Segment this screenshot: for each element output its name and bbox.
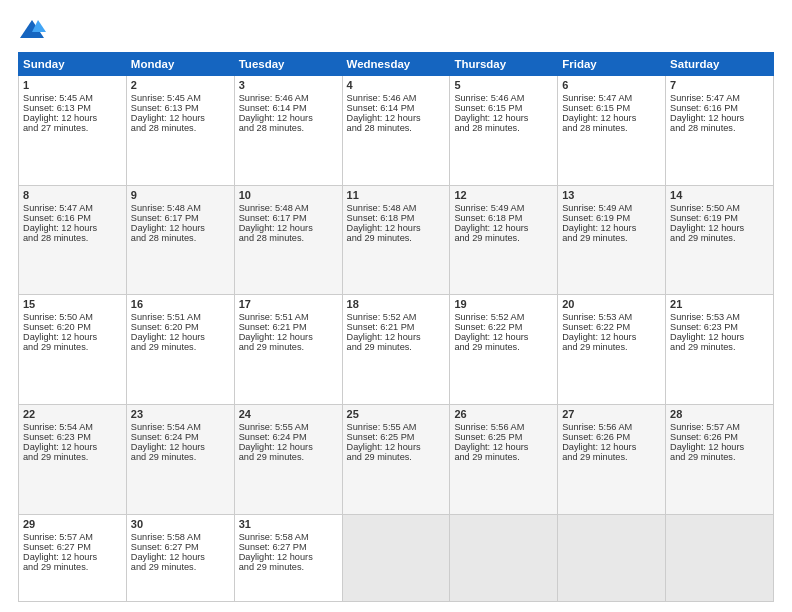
calendar-cell: 23Sunrise: 5:54 AMSunset: 6:24 PMDayligh…: [126, 405, 234, 515]
daylight-minutes: and 28 minutes.: [23, 233, 88, 243]
daylight-text: Daylight: 12 hours: [23, 332, 97, 342]
calendar-cell: 30Sunrise: 5:58 AMSunset: 6:27 PMDayligh…: [126, 514, 234, 601]
calendar-cell: 7Sunrise: 5:47 AMSunset: 6:16 PMDaylight…: [666, 76, 774, 186]
daylight-minutes: and 28 minutes.: [454, 123, 519, 133]
daylight-text: Daylight: 12 hours: [454, 442, 528, 452]
calendar-cell: 9Sunrise: 5:48 AMSunset: 6:17 PMDaylight…: [126, 185, 234, 295]
calendar-cell: 24Sunrise: 5:55 AMSunset: 6:24 PMDayligh…: [234, 405, 342, 515]
day-number: 3: [239, 79, 338, 91]
sunrise-text: Sunrise: 5:47 AM: [23, 203, 93, 213]
sunrise-text: Sunrise: 5:53 AM: [562, 312, 632, 322]
calendar-cell: 21Sunrise: 5:53 AMSunset: 6:23 PMDayligh…: [666, 295, 774, 405]
day-header-friday: Friday: [558, 53, 666, 76]
calendar-cell: 14Sunrise: 5:50 AMSunset: 6:19 PMDayligh…: [666, 185, 774, 295]
sunrise-text: Sunrise: 5:58 AM: [239, 532, 309, 542]
sunrise-text: Sunrise: 5:57 AM: [670, 422, 740, 432]
day-number: 4: [347, 79, 446, 91]
calendar-week-2: 8Sunrise: 5:47 AMSunset: 6:16 PMDaylight…: [19, 185, 774, 295]
calendar-cell: 4Sunrise: 5:46 AMSunset: 6:14 PMDaylight…: [342, 76, 450, 186]
sunset-text: Sunset: 6:20 PM: [23, 322, 91, 332]
day-number: 31: [239, 518, 338, 530]
daylight-minutes: and 28 minutes.: [131, 233, 196, 243]
day-header-wednesday: Wednesday: [342, 53, 450, 76]
daylight-text: Daylight: 12 hours: [670, 442, 744, 452]
sunrise-text: Sunrise: 5:49 AM: [454, 203, 524, 213]
sunset-text: Sunset: 6:14 PM: [239, 103, 307, 113]
sunrise-text: Sunrise: 5:51 AM: [131, 312, 201, 322]
daylight-minutes: and 29 minutes.: [239, 562, 304, 572]
sunrise-text: Sunrise: 5:45 AM: [23, 93, 93, 103]
daylight-text: Daylight: 12 hours: [131, 552, 205, 562]
sunrise-text: Sunrise: 5:55 AM: [347, 422, 417, 432]
daylight-minutes: and 29 minutes.: [131, 452, 196, 462]
daylight-text: Daylight: 12 hours: [670, 113, 744, 123]
daylight-text: Daylight: 12 hours: [239, 223, 313, 233]
sunrise-text: Sunrise: 5:57 AM: [23, 532, 93, 542]
day-number: 12: [454, 189, 553, 201]
sunrise-text: Sunrise: 5:49 AM: [562, 203, 632, 213]
calendar-cell: 28Sunrise: 5:57 AMSunset: 6:26 PMDayligh…: [666, 405, 774, 515]
calendar-cell: 20Sunrise: 5:53 AMSunset: 6:22 PMDayligh…: [558, 295, 666, 405]
daylight-minutes: and 29 minutes.: [562, 452, 627, 462]
day-number: 8: [23, 189, 122, 201]
day-number: 29: [23, 518, 122, 530]
day-header-monday: Monday: [126, 53, 234, 76]
day-number: 25: [347, 408, 446, 420]
daylight-minutes: and 29 minutes.: [23, 562, 88, 572]
daylight-text: Daylight: 12 hours: [562, 442, 636, 452]
day-number: 16: [131, 298, 230, 310]
calendar-cell: 18Sunrise: 5:52 AMSunset: 6:21 PMDayligh…: [342, 295, 450, 405]
day-number: 20: [562, 298, 661, 310]
sunrise-text: Sunrise: 5:54 AM: [23, 422, 93, 432]
sunset-text: Sunset: 6:24 PM: [239, 432, 307, 442]
sunset-text: Sunset: 6:17 PM: [131, 213, 199, 223]
sunset-text: Sunset: 6:16 PM: [670, 103, 738, 113]
sunrise-text: Sunrise: 5:56 AM: [562, 422, 632, 432]
calendar-week-1: 1Sunrise: 5:45 AMSunset: 6:13 PMDaylight…: [19, 76, 774, 186]
daylight-minutes: and 28 minutes.: [347, 123, 412, 133]
daylight-minutes: and 29 minutes.: [239, 342, 304, 352]
daylight-minutes: and 29 minutes.: [670, 233, 735, 243]
daylight-text: Daylight: 12 hours: [454, 223, 528, 233]
sunrise-text: Sunrise: 5:45 AM: [131, 93, 201, 103]
sunset-text: Sunset: 6:14 PM: [347, 103, 415, 113]
sunset-text: Sunset: 6:22 PM: [454, 322, 522, 332]
daylight-minutes: and 28 minutes.: [239, 123, 304, 133]
top-section: [18, 18, 774, 42]
calendar-cell: 16Sunrise: 5:51 AMSunset: 6:20 PMDayligh…: [126, 295, 234, 405]
sunrise-text: Sunrise: 5:48 AM: [131, 203, 201, 213]
sunset-text: Sunset: 6:25 PM: [347, 432, 415, 442]
day-number: 1: [23, 79, 122, 91]
daylight-minutes: and 29 minutes.: [454, 452, 519, 462]
daylight-minutes: and 27 minutes.: [23, 123, 88, 133]
sunrise-text: Sunrise: 5:50 AM: [670, 203, 740, 213]
sunset-text: Sunset: 6:27 PM: [131, 542, 199, 552]
daylight-text: Daylight: 12 hours: [670, 223, 744, 233]
daylight-text: Daylight: 12 hours: [347, 332, 421, 342]
daylight-text: Daylight: 12 hours: [131, 442, 205, 452]
daylight-minutes: and 29 minutes.: [562, 342, 627, 352]
day-number: 21: [670, 298, 769, 310]
daylight-minutes: and 29 minutes.: [454, 233, 519, 243]
day-header-sunday: Sunday: [19, 53, 127, 76]
daylight-text: Daylight: 12 hours: [562, 113, 636, 123]
sunset-text: Sunset: 6:26 PM: [670, 432, 738, 442]
logo: [18, 18, 50, 42]
sunrise-text: Sunrise: 5:46 AM: [347, 93, 417, 103]
calendar-table: SundayMondayTuesdayWednesdayThursdayFrid…: [18, 52, 774, 602]
calendar-cell: [666, 514, 774, 601]
sunrise-text: Sunrise: 5:56 AM: [454, 422, 524, 432]
daylight-minutes: and 29 minutes.: [347, 452, 412, 462]
daylight-text: Daylight: 12 hours: [562, 332, 636, 342]
daylight-minutes: and 28 minutes.: [562, 123, 627, 133]
calendar-cell: 31Sunrise: 5:58 AMSunset: 6:27 PMDayligh…: [234, 514, 342, 601]
day-number: 18: [347, 298, 446, 310]
day-number: 13: [562, 189, 661, 201]
day-number: 7: [670, 79, 769, 91]
calendar-week-5: 29Sunrise: 5:57 AMSunset: 6:27 PMDayligh…: [19, 514, 774, 601]
day-number: 27: [562, 408, 661, 420]
day-header-thursday: Thursday: [450, 53, 558, 76]
daylight-minutes: and 29 minutes.: [347, 342, 412, 352]
sunset-text: Sunset: 6:25 PM: [454, 432, 522, 442]
calendar-cell: 25Sunrise: 5:55 AMSunset: 6:25 PMDayligh…: [342, 405, 450, 515]
